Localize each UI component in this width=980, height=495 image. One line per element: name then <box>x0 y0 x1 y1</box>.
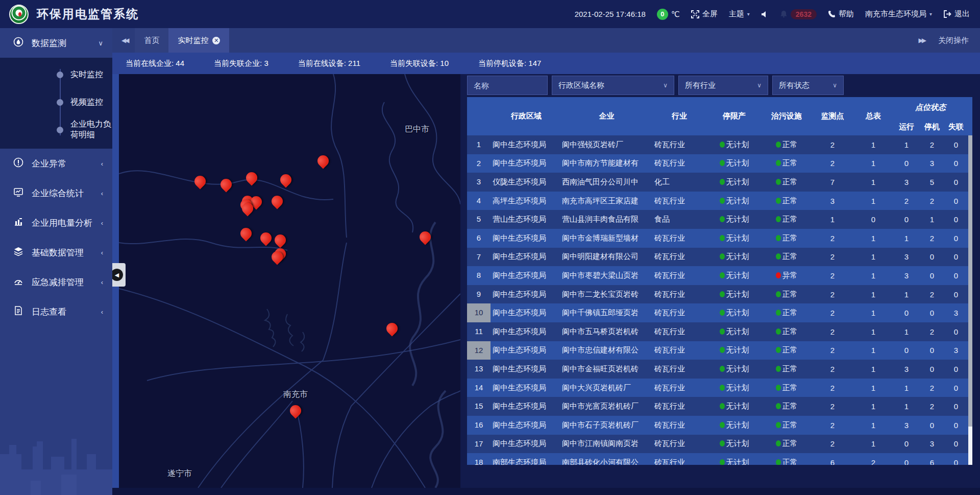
table-row[interactable]: 16 阆中生态环境局 阆中市石子页岩机砖厂 砖瓦行业 无计划 正常 2 1 3 … <box>467 416 972 435</box>
tab-首页[interactable]: 首页 <box>135 28 168 53</box>
help-button[interactable]: 帮助 <box>828 9 854 19</box>
table-row[interactable]: 3 仪陇生态环境局 西南油气田分公司川中 化工 无计划 正常 7 1 3 5 0 <box>467 173 972 192</box>
tabs-scroll-left-icon[interactable]: ◀◀ <box>121 37 128 44</box>
table-row[interactable]: 13 阆中生态环境局 阆中市金福旺页岩机砖 砖瓦行业 无计划 正常 2 1 3 … <box>467 360 972 379</box>
table-row[interactable]: 10 阆中生态环境局 阆中千佛镇五郎垭页岩 砖瓦行业 无计划 正常 2 1 0 … <box>467 303 972 322</box>
fullscreen-button[interactable]: 全屏 <box>691 9 718 19</box>
mute-button[interactable] <box>761 11 769 18</box>
industry-filter-select[interactable]: 所有行业 ∨ <box>678 76 768 95</box>
row-industry: 砖瓦行业 <box>651 252 707 262</box>
row-points: 2 <box>812 290 853 299</box>
status-dot-icon <box>720 160 725 166</box>
map-panel[interactable]: 巴中市南充市遂宁市 <box>119 74 460 488</box>
logout-button[interactable]: 退出 <box>943 9 970 19</box>
close-operations-button[interactable]: 关闭操作 <box>938 36 969 45</box>
row-run: 1 <box>894 234 919 243</box>
row-company: 阆中市江南镇阆南页岩 <box>562 439 651 449</box>
tab-实时监控[interactable]: 实时监控 ✕ <box>168 28 229 53</box>
theme-dropdown[interactable]: 主题 ▾ <box>729 9 750 19</box>
row-industry: 砖瓦行业 <box>651 458 707 465</box>
sidebar-subitem-视频监控[interactable]: 视频监控 <box>0 88 112 116</box>
row-lost: 3 <box>945 309 967 317</box>
table-row[interactable]: 18 南部生态环境局 南部县砖化小河有限公 砖瓦行业 无计划 正常 6 2 0 … <box>467 453 972 465</box>
sidebar-item-日志查看[interactable]: 日志查看 ‹ <box>0 297 112 326</box>
row-company: 阆中市二龙长宝页岩砖 <box>562 290 651 299</box>
table-row[interactable]: 4 高坪生态环境局 南充市高坪区王家店建 砖瓦行业 无计划 正常 3 1 2 2… <box>467 192 972 210</box>
row-lost: 0 <box>945 458 967 465</box>
col-meter: 总表 <box>853 97 894 135</box>
row-meter: 1 <box>853 365 894 373</box>
table-row[interactable]: 14 阆中生态环境局 阆中大兴页岩机砖厂 砖瓦行业 无计划 正常 2 1 1 2… <box>467 379 972 397</box>
skyline-decoration <box>0 418 112 495</box>
row-points: 3 <box>812 197 853 205</box>
row-meter: 1 <box>853 271 894 280</box>
tab-close-icon[interactable]: ✕ <box>212 37 220 44</box>
status-dot-icon <box>776 328 781 335</box>
sidebar-subitem-实时监控[interactable]: 实时监控 <box>0 61 112 88</box>
table-row[interactable]: 7 阆中生态环境局 阆中明阳建材有限公司 砖瓦行业 无计划 正常 2 1 3 0… <box>467 248 972 267</box>
row-run: 1 <box>894 327 919 336</box>
status-filter-select[interactable]: 所有状态 ∨ <box>772 76 844 95</box>
row-meter: 1 <box>853 140 894 149</box>
table-row[interactable]: 1 阆中生态环境局 阆中强锐页岩砖厂 砖瓦行业 无计划 正常 2 1 1 2 0 <box>467 135 972 154</box>
col-facility: 治污设施 <box>761 97 812 135</box>
table-row[interactable]: 8 阆中生态环境局 阆中市枣碧大梁山页岩 砖瓦行业 无计划 异常 2 1 3 0… <box>467 266 972 285</box>
map-collapse-button[interactable]: ◀ <box>111 269 123 281</box>
sidebar-item-数据监测[interactable]: 数据监测 ∨ <box>0 28 112 58</box>
table-row[interactable]: 15 阆中生态环境局 阆中市光富页岩机砖厂 砖瓦行业 无计划 正常 2 1 1 … <box>467 397 972 416</box>
row-lost: 0 <box>945 384 967 392</box>
notifications[interactable]: 2632 <box>780 9 817 19</box>
row-lost: 0 <box>945 159 967 168</box>
sidebar-item-基础数据管理[interactable]: 基础数据管理 ‹ <box>0 238 112 267</box>
table-row[interactable]: 6 阆中生态环境局 阆中市金博瑞新型墙材 砖瓦行业 无计划 正常 2 1 1 2… <box>467 229 972 248</box>
table-row[interactable]: 11 阆中生态环境局 阆中市五马桥页岩机砖 砖瓦行业 无计划 正常 2 1 1 … <box>467 322 972 341</box>
table-row[interactable]: 17 阆中生态环境局 阆中市江南镇阆南页岩 砖瓦行业 无计划 正常 2 1 0 … <box>467 435 972 454</box>
row-lost: 0 <box>945 140 967 149</box>
status-dot-icon <box>776 347 781 353</box>
table-row[interactable]: 5 营山生态环境局 营山县润丰肉食品有限 食品 无计划 正常 1 0 0 1 0 <box>467 210 972 229</box>
tabs-scroll-right-icon[interactable]: ▶▶ <box>919 37 925 44</box>
name-filter-input-box[interactable] <box>467 76 548 95</box>
col-points: 监测点 <box>812 97 853 135</box>
row-region: 阆中生态环境局 <box>491 383 562 393</box>
enterprise-table: 行政区域 企业 行业 停限产 治污设施 监测点 总表 点位状态 运行 停机 失联… <box>467 97 972 465</box>
row-region: 阆中生态环境局 <box>491 308 562 318</box>
table-row[interactable]: 12 阆中生态环境局 阆中市忠信建材有限公 砖瓦行业 无计划 正常 2 1 0 … <box>467 341 972 360</box>
row-index: 12 <box>467 341 491 360</box>
temperature-badge: 0 <box>657 9 668 20</box>
row-facility-status: 正常 <box>761 196 812 206</box>
row-run: 0 <box>894 159 919 168</box>
table-scrollbar[interactable] <box>968 135 972 465</box>
city-label-南充市: 南充市 <box>283 389 308 400</box>
region-filter-select[interactable]: 行政区域名称 ∨ <box>552 76 674 95</box>
chevron-icon: ‹ <box>101 219 103 227</box>
row-region: 高坪生态环境局 <box>491 196 562 206</box>
name-filter-input[interactable] <box>474 81 541 90</box>
sidebar-item-企业综合统计[interactable]: 企业综合统计 ‹ <box>0 178 112 208</box>
row-facility-status: 正常 <box>761 252 812 262</box>
row-run: 1 <box>894 140 919 149</box>
sidebar-item-应急减排管理[interactable]: 应急减排管理 ‹ <box>0 267 112 297</box>
scrollbar-thumb[interactable] <box>968 135 972 427</box>
status-dot-icon <box>776 291 781 297</box>
tab-bar: ◀◀ 首页 实时监控 ✕ ▶▶ 关闭操作 <box>112 28 980 53</box>
org-dropdown[interactable]: 南充市生态环境局 ▾ <box>865 9 932 19</box>
stats-monitor-icon <box>13 187 23 200</box>
row-points: 2 <box>812 327 853 336</box>
row-lost: 0 <box>945 234 967 243</box>
table-row[interactable]: 2 阆中生态环境局 阆中市南方节能建材有 砖瓦行业 无计划 正常 2 1 0 3… <box>467 154 972 173</box>
sidebar-subitem-企业电力负荷明细[interactable]: 企业电力负荷明细 <box>0 116 112 144</box>
row-lost: 0 <box>945 290 967 299</box>
row-points: 2 <box>812 140 853 149</box>
sidebar-item-企业异常[interactable]: 企业异常 ‹ <box>0 149 112 178</box>
row-stop: 2 <box>919 140 945 149</box>
table-row[interactable]: 9 阆中生态环境局 阆中市二龙长宝页岩砖 砖瓦行业 无计划 正常 2 1 1 2… <box>467 285 972 304</box>
sidebar-item-企业用电量分析[interactable]: 企业用电量分析 ‹ <box>0 208 112 238</box>
row-meter: 0 <box>853 215 894 224</box>
gauge-icon <box>13 276 23 289</box>
row-stop: 5 <box>919 178 945 186</box>
row-meter: 1 <box>853 309 894 317</box>
row-facility-status: 正常 <box>761 158 812 168</box>
row-run: 3 <box>894 365 919 373</box>
map-roads <box>119 74 460 488</box>
